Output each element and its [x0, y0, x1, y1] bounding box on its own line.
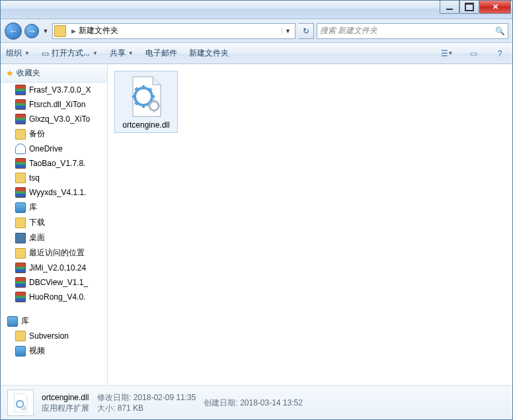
sidebar-item-label: TaoBao_V1.7.8.: [29, 159, 85, 168]
share-menu[interactable]: 共享▼: [110, 48, 134, 59]
sidebar-item[interactable]: TaoBao_V1.7.8.: [1, 156, 107, 171]
address-bar: ← → ▼ ▶ 新建文件夹 ▼ ↻ 搜索 新建文件夹 🔍: [1, 19, 512, 43]
maximize-button[interactable]: [459, 1, 479, 14]
sidebar-item-label: 桌面: [29, 232, 45, 243]
sidebar-item-label: tsq: [29, 173, 40, 183]
window-titlebar: [1, 1, 512, 19]
nav-forward-button[interactable]: →: [24, 24, 39, 38]
svg-rect-3: [132, 95, 136, 98]
details-name-col: ortcengine.dll 应用程序扩展: [42, 392, 89, 413]
email-button[interactable]: 电子邮件: [145, 48, 177, 59]
sidebar-item-label: DBCView_V1.1_: [29, 278, 88, 287]
details-created-col: 创建日期: 2018-03-14 13:52: [204, 398, 302, 408]
lib-icon: [15, 346, 26, 357]
rar-icon: [15, 85, 26, 95]
breadcrumb-folder[interactable]: 新建文件夹: [79, 25, 118, 36]
folder-icon: [15, 129, 26, 140]
svg-rect-13: [158, 105, 161, 106]
favorites-header[interactable]: ★ 收藏夹: [1, 64, 107, 83]
view-options-button[interactable]: ☰ ▼: [440, 46, 454, 61]
file-item-ortcengine[interactable]: ortcengine.dll: [114, 71, 178, 133]
sidebar-item[interactable]: HuoRong_V4.0.: [1, 290, 107, 304]
sidebar-item-label: 下载: [29, 217, 45, 228]
cloud-icon: [15, 144, 26, 154]
sidebar-item-label: Glxzq_V3.0_XiTo: [29, 114, 90, 124]
sidebar-item[interactable]: Ftsrch.dll_XiTon: [1, 97, 107, 112]
rar-icon: [15, 158, 26, 169]
open-with-menu[interactable]: ▭ 打开方式...▼: [42, 48, 98, 59]
organize-menu[interactable]: 组织▼: [6, 48, 30, 59]
breadcrumb-dropdown[interactable]: ▼: [282, 28, 294, 34]
file-list[interactable]: ortcengine.dll: [108, 64, 512, 385]
file-label: ortcengine.dll: [122, 120, 169, 130]
sidebar-item-label: 最近访问的位置: [29, 247, 85, 259]
svg-rect-11: [153, 110, 155, 112]
desk-icon: [15, 233, 26, 243]
close-button[interactable]: [479, 1, 511, 14]
sidebar-item[interactable]: tsq: [1, 171, 107, 185]
sidebar-item[interactable]: OneDrive: [1, 142, 107, 156]
sidebar-item[interactable]: JiMi_V2.0.10.24: [1, 261, 107, 275]
sidebar-item-label: OneDrive: [29, 144, 63, 153]
new-folder-button[interactable]: 新建文件夹: [189, 48, 229, 59]
search-placeholder: 搜索 新建文件夹: [320, 25, 377, 36]
details-pane: ortcengine.dll 应用程序扩展 修改日期: 2018-02-09 1…: [1, 385, 512, 419]
library-icon: [7, 316, 18, 327]
details-filename: ortcengine.dll: [42, 392, 89, 403]
minimize-button[interactable]: [440, 1, 459, 14]
nav-back-button[interactable]: ←: [5, 22, 22, 40]
help-button[interactable]: ?: [493, 46, 507, 61]
svg-rect-2: [142, 104, 145, 108]
folder-icon: [15, 248, 26, 259]
sidebar-item[interactable]: Wyyxds_V4.1.1.: [1, 185, 107, 200]
sidebar-item-label: JiMi_V2.0.10.24: [29, 263, 86, 273]
sidebar-item[interactable]: Subversion: [1, 329, 107, 343]
sidebar-item[interactable]: Frasf_V3.7.0.0_X: [1, 83, 107, 97]
rar-icon: [15, 114, 26, 124]
preview-pane-button[interactable]: ▭: [466, 46, 481, 61]
search-input[interactable]: 搜索 新建文件夹 🔍: [317, 23, 508, 39]
sidebar-item-label: Ftsrch.dll_XiTon: [29, 100, 85, 109]
open-with-icon: ▭: [42, 49, 49, 58]
sidebar-item-label: Subversion: [29, 331, 69, 341]
sidebar-item-label: 库: [29, 202, 37, 213]
folder-icon: [54, 25, 66, 37]
nav-history-dropdown[interactable]: ▼: [42, 24, 50, 38]
details-filetype: 应用程序扩展: [42, 403, 89, 413]
main-area: ★ 收藏夹 Frasf_V3.7.0.0_XFtsrch.dll_XiTonGl…: [1, 64, 512, 385]
rar-icon: [15, 277, 26, 288]
sidebar-item-label: 备份: [29, 128, 45, 140]
lib-icon: [15, 202, 26, 213]
folder-icon: [15, 331, 26, 341]
sidebar-item[interactable]: 视频: [1, 343, 107, 358]
sidebar-item[interactable]: 下载: [1, 215, 107, 230]
sidebar-item-label: Frasf_V3.7.0.0_X: [29, 85, 91, 95]
sidebar-item-label: 视频: [29, 345, 45, 357]
details-modified-col: 修改日期: 2018-02-09 11:35 大小: 871 KB: [97, 392, 196, 413]
navigation-pane: ★ 收藏夹 Frasf_V3.7.0.0_XFtsrch.dll_XiTonGl…: [1, 64, 108, 385]
svg-rect-1: [142, 85, 145, 89]
refresh-button[interactable]: ↻: [298, 23, 314, 39]
sidebar-item[interactable]: 备份: [1, 126, 107, 142]
sidebar-item[interactable]: 桌面: [1, 230, 107, 245]
folder-icon: [15, 173, 26, 183]
breadcrumb[interactable]: ▶ 新建文件夹 ▼: [52, 23, 296, 39]
rar-icon: [15, 292, 26, 302]
sidebar-item[interactable]: 库: [1, 200, 107, 215]
svg-rect-4: [151, 95, 155, 98]
sidebar-item[interactable]: 最近访问的位置: [1, 245, 107, 261]
library-header[interactable]: 库: [1, 314, 107, 329]
details-thumbnail: [7, 390, 34, 416]
rar-icon: [15, 187, 26, 198]
sidebar-item[interactable]: DBCView_V1.1_: [1, 275, 107, 290]
rar-icon: [15, 99, 26, 110]
rar-icon: [15, 263, 26, 273]
sidebar-item[interactable]: Glxzq_V3.0_XiTo: [1, 112, 107, 126]
sidebar-item-label: HuoRong_V4.0.: [29, 292, 85, 302]
svg-rect-10: [153, 99, 155, 102]
chevron-right-icon: ▶: [69, 28, 79, 34]
folder-icon: [15, 218, 26, 228]
search-icon[interactable]: 🔍: [495, 26, 505, 36]
svg-rect-12: [147, 105, 150, 106]
toolbar: 组织▼ ▭ 打开方式...▼ 共享▼ 电子邮件 新建文件夹 ☰ ▼ ▭ ?: [1, 43, 512, 64]
